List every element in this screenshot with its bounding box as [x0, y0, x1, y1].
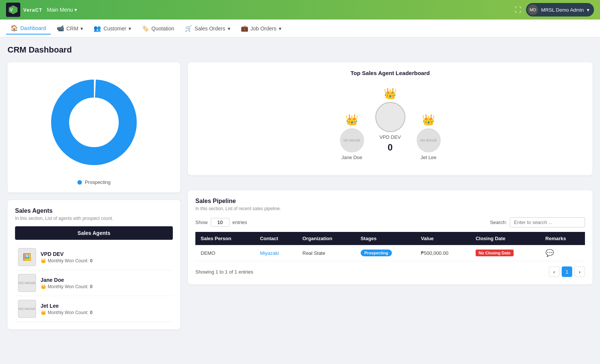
nav-sales-orders[interactable]: 🛒 Sales Orders ▾	[180, 23, 235, 34]
job-orders-icon: 💼	[241, 25, 248, 32]
nav-customer[interactable]: 👥 Customer ▾	[89, 23, 136, 34]
agent-name: Jet Lee	[41, 303, 92, 309]
pipeline-title: Sales Pipeline	[195, 198, 585, 205]
list-item: 🖼️ VPD DEV 👑 Monthly Won Count: 0	[15, 244, 173, 270]
search-input[interactable]	[510, 217, 585, 227]
podium-name: Jet Lee	[420, 155, 437, 160]
col-sales-person: Sales Person	[195, 232, 255, 245]
agent-info: Jet Lee 👑 Monthly Won Count: 0	[41, 303, 92, 315]
cell-stage: Prospecting	[355, 245, 416, 261]
chevron-down-icon: ▾	[74, 7, 77, 13]
nav-dashboard[interactable]: 🏠 Dashboard	[6, 22, 51, 35]
nav-job-orders[interactable]: 💼 Job Orders ▾	[236, 23, 286, 34]
podium-name: VPD DEV	[379, 134, 401, 140]
entries-input[interactable]	[211, 218, 230, 227]
nav-sales-orders-label: Sales Orders	[195, 26, 225, 32]
donut-label: 100.0%	[86, 120, 102, 125]
prev-page-button[interactable]: ‹	[549, 266, 559, 277]
agent-thumbnail: NO IMAGE	[18, 300, 36, 318]
user-menu[interactable]: MD MRSL Demo Admin ▾	[526, 3, 594, 17]
avatar	[375, 102, 405, 132]
sales-agents-subtitle: In this section, List of agents with pro…	[15, 216, 173, 221]
table-header-row: Sales Person Contact Organization Stages…	[195, 232, 585, 245]
remarks-icon[interactable]: 💬	[546, 249, 554, 257]
col-organization: Organization	[297, 232, 355, 245]
logo-icon: V	[6, 3, 20, 17]
podium-third: 👑 NO IMAGE Jet Lee	[417, 114, 441, 160]
topbar: V VeraCT Main Menu ▾ ⛶ MD MRSL Demo Admi…	[0, 0, 600, 20]
no-image-icon: 🖼️	[23, 253, 31, 261]
page-1-button[interactable]: 1	[562, 266, 572, 277]
col-value: Value	[416, 232, 470, 245]
pipeline-table: Sales Person Contact Organization Stages…	[195, 232, 585, 261]
fullscreen-button[interactable]: ⛶	[515, 6, 521, 14]
agent-info: VPD DEV 👑 Monthly Won Count: 0	[41, 251, 92, 263]
agent-count: 👑 Monthly Won Count: 0	[41, 258, 92, 263]
crown-icon: 👑	[41, 284, 46, 289]
next-page-button[interactable]: ›	[574, 266, 585, 277]
podium-second: 👑 NO IMAGE Jane Doe	[340, 114, 364, 160]
agent-info: Jane Doe 👑 Monthly Won Count: 0	[41, 277, 92, 289]
cell-value: ₱500,000.00	[416, 245, 470, 261]
no-closing-date-badge: No Closing Date	[476, 250, 514, 256]
entries-info: Showing 1 to 1 of 1 entries	[195, 269, 253, 275]
sales-agents-card: Sales Agents In this section, List of ag…	[8, 200, 180, 329]
table-footer: Showing 1 to 1 of 1 entries ‹ 1 ›	[195, 266, 585, 277]
no-image-label: NO IMAGE	[18, 281, 35, 285]
sales-agents-title: Sales Agents	[15, 208, 173, 214]
avatar-initials: MD	[530, 8, 536, 12]
list-item: NO IMAGE Jet Lee 👑 Monthly Won Count: 0	[15, 296, 173, 322]
leaderboard-card: Top Sales Agent Leaderboard 👑 NO IMAGE J…	[188, 62, 592, 175]
logo-area: V VeraCT	[6, 3, 42, 17]
cell-sales-person: DEMO	[195, 245, 255, 261]
agent-name: Jane Doe	[41, 277, 92, 283]
agent-count: 👑 Monthly Won Count: 0	[41, 284, 92, 289]
avatar: NO IMAGE	[340, 128, 364, 152]
nav-crm[interactable]: 📹 CRM ▾	[52, 23, 88, 34]
pipeline-card: Sales Pipeline In this section, List of …	[188, 190, 592, 284]
nav-job-orders-label: Job Orders	[251, 26, 277, 32]
show-entries: Show entries	[195, 218, 247, 227]
nav-crm-label: CRM	[66, 26, 79, 32]
agent-name: VPD DEV	[41, 251, 92, 257]
search-label: Search:	[490, 220, 507, 225]
left-column: 100.0% Prospecting Sales Agents In this …	[8, 62, 180, 329]
podium: 👑 NO IMAGE Jane Doe 👑 VPD DEV 0	[195, 84, 585, 168]
crown-icon: 👑	[41, 310, 46, 315]
avatar: MD	[527, 5, 538, 15]
donut-container: 100.0%	[15, 70, 173, 175]
silver-crown-icon: 👑	[345, 114, 358, 126]
crm-icon: 📹	[57, 25, 64, 32]
avatar: NO IMAGE	[417, 128, 441, 152]
main-menu-button[interactable]: Main Menu ▾	[47, 7, 77, 13]
table-controls: Show entries Search:	[195, 217, 585, 227]
chevron-down-icon: ▾	[587, 7, 589, 13]
search-area: Search:	[490, 217, 585, 227]
pagination: ‹ 1 ›	[549, 266, 585, 277]
agent-thumbnail: 🖼️	[18, 248, 36, 266]
list-item: NO IMAGE Jane Doe 👑 Monthly Won Count: 0	[15, 270, 173, 296]
nav-quotation[interactable]: 🏷️ Quotation	[137, 23, 179, 34]
bronze-crown-icon: 👑	[422, 114, 435, 126]
agent-thumbnail: NO IMAGE	[18, 274, 36, 292]
quotation-icon: 🏷️	[142, 25, 149, 32]
show-label: Show	[195, 220, 208, 225]
podium-score: 0	[388, 142, 393, 153]
user-name: MRSL Demo Admin	[541, 7, 584, 13]
cell-remarks: 💬	[540, 245, 585, 261]
logo-text: VeraCT	[23, 7, 42, 13]
chevron-down-icon: ▾	[80, 26, 83, 32]
no-image-label: NO IMAGE	[18, 307, 35, 311]
cell-closing-date: No Closing Date	[470, 245, 540, 261]
topbar-left: V VeraCT Main Menu ▾	[6, 3, 77, 17]
donut-legend: Prospecting	[15, 179, 173, 185]
cell-contact: Miyazaki	[255, 245, 297, 261]
no-image-label: NO IMAGE	[420, 138, 437, 142]
chevron-down-icon: ▾	[228, 26, 230, 32]
main-content: CRM Dashboard 100.0%	[0, 38, 600, 337]
pipeline-subtitle: In this section, List of recent sales pi…	[195, 206, 585, 211]
col-contact: Contact	[255, 232, 297, 245]
main-menu-label: Main Menu	[47, 7, 73, 13]
leaderboard-title: Top Sales Agent Leaderboard	[195, 70, 585, 76]
legend-label: Prospecting	[85, 179, 111, 185]
